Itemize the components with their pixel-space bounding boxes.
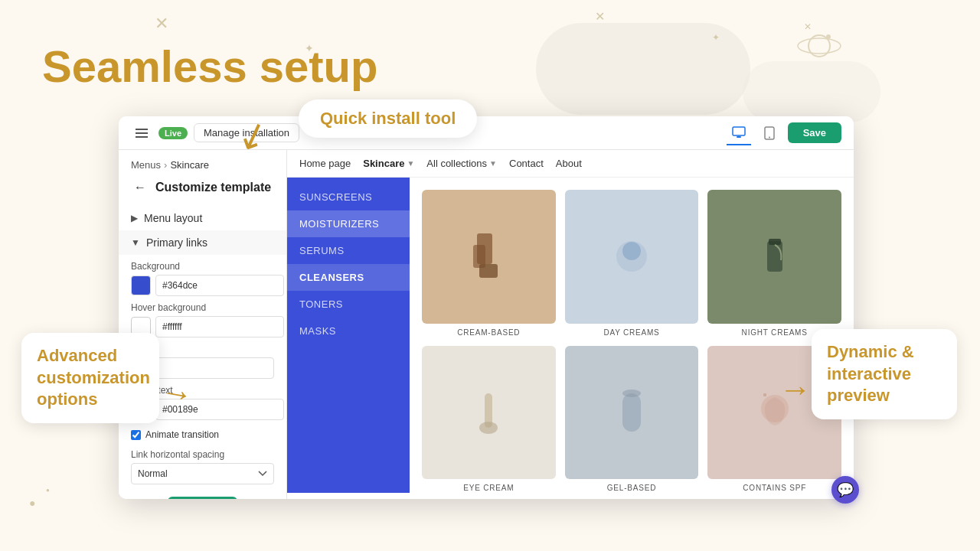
product-img-day — [565, 190, 699, 324]
preview-nav: Home page Skincare ▼ All collections ▼ C… — [287, 150, 854, 178]
product-label-cream: CREAM-BASED — [457, 328, 520, 337]
day-img-placeholder — [565, 190, 699, 324]
done-button[interactable]: Done — [168, 497, 237, 499]
primary-links-section[interactable]: ▼ Primary links — [119, 230, 286, 255]
cream-img-placeholder — [422, 190, 556, 324]
left-customization-panel: Menus › Skincare ← Customize template ▶ … — [119, 150, 287, 499]
planet-decoration — [796, 23, 842, 76]
panel-title: Customize template — [155, 181, 271, 194]
menu-item-masks[interactable]: MASKS — [287, 318, 410, 344]
mega-menu-area: SUNSCREENS MOISTURIZERS SERUMS CLEANSERS… — [287, 178, 854, 493]
bg-color-swatch[interactable] — [131, 276, 151, 295]
back-button[interactable]: ← — [131, 178, 149, 197]
nav-skincare[interactable]: Skincare ▼ — [363, 158, 414, 169]
desktop-device-button[interactable] — [727, 121, 751, 145]
nav-contact[interactable]: Contact — [509, 158, 544, 169]
deco-dot-2: ● — [46, 487, 50, 494]
menu-item-serums[interactable]: SERUMS — [287, 237, 410, 264]
svg-point-20 — [622, 390, 641, 397]
breadcrumb-separator: › — [164, 159, 167, 171]
eye-img-placeholder — [422, 346, 556, 480]
menu-item-moisturizers[interactable]: MOISTURIZERS — [287, 210, 410, 237]
svg-point-1 — [798, 38, 841, 54]
dynamic-preview-label: Dynamic & interactive preview — [827, 342, 914, 405]
hover-bg-input[interactable] — [155, 316, 284, 337]
breadcrumb: Menus › Skincare — [119, 159, 286, 178]
browser-window: Live Manage installation Save Menus › Sk… — [119, 116, 854, 499]
product-img-eye — [422, 346, 556, 480]
product-card-cream[interactable]: CREAM-BASED — [422, 190, 556, 337]
menu-layout-section[interactable]: ▶ Menu layout — [119, 206, 286, 230]
deco-dot-1: ● — [29, 497, 35, 509]
product-img-gel — [565, 346, 699, 480]
svg-rect-12 — [473, 245, 485, 268]
svg-rect-22 — [763, 393, 766, 396]
product-label-eye: EYE CREAM — [463, 484, 514, 492]
product-card-gel[interactable]: GEL-BASED — [565, 346, 699, 493]
bg-field-row — [131, 275, 274, 296]
chat-bubble-button[interactable]: 💬 — [831, 476, 859, 504]
menu-icon[interactable] — [131, 122, 152, 144]
product-img-night — [707, 190, 841, 324]
save-button[interactable]: Save — [788, 122, 841, 143]
install-tool-label: Quick install tool — [320, 109, 456, 128]
live-badge: Live — [158, 127, 188, 139]
browser-content: Menus › Skincare ← Customize template ▶ … — [119, 150, 854, 499]
product-card-eye[interactable]: EYE CREAM — [422, 346, 556, 493]
main-heading: Seamless setup — [42, 42, 377, 91]
spacing-select[interactable]: Normal Compact Wide — [131, 463, 274, 484]
primary-links-chevron: ▼ — [131, 237, 140, 248]
product-label-night: NIGHT CREAMS — [742, 328, 808, 337]
panel-header: ← Customize template — [119, 178, 286, 206]
svg-point-14 — [622, 242, 641, 260]
spacing-label: Link horizontal spacing — [131, 449, 274, 460]
browser-toolbar: Live Manage installation Save — [119, 116, 854, 150]
right-preview-panel: Home page Skincare ▼ All collections ▼ C… — [287, 150, 854, 499]
nav-about[interactable]: About — [556, 158, 582, 169]
adv-arrow: → — [158, 373, 196, 415]
mega-menu-sidebar: SUNSCREENS MOISTURIZERS SERUMS CLEANSERS… — [287, 178, 410, 493]
adv-customization-label: Advanced customization options — [37, 346, 150, 409]
product-card-day[interactable]: DAY CREAMS — [565, 190, 699, 337]
menu-item-cleansers[interactable]: CLEANSERS — [287, 264, 410, 291]
hover-bg-label: Hover background — [131, 302, 274, 313]
nav-home[interactable]: Home page — [299, 158, 351, 169]
product-img-cream — [422, 190, 556, 324]
product-label-day: DAY CREAMS — [603, 328, 659, 337]
menu-layout-label: Menu layout — [144, 212, 202, 224]
breadcrumb-menus[interactable]: Menus — [131, 159, 161, 171]
deco-star-4: ✦ — [712, 32, 720, 43]
bg-field-label: Background — [131, 261, 274, 272]
menu-item-sunscreens[interactable]: SUNSCREENS — [287, 184, 410, 210]
product-label-gel: GEL-BASED — [607, 484, 656, 492]
dyn-arrow: ← — [779, 371, 812, 408]
bg-hex-input[interactable] — [155, 275, 284, 296]
install-tool-bubble: Quick install tool — [299, 99, 477, 138]
menu-item-toners[interactable]: TONERS — [287, 291, 410, 318]
spacing-row: Link horizontal spacing Normal Compact W… — [131, 449, 274, 484]
svg-rect-16 — [769, 239, 781, 245]
svg-rect-5 — [136, 136, 148, 138]
gel-img-placeholder — [565, 346, 699, 480]
primary-links-label: Primary links — [146, 236, 207, 249]
dynamic-preview-bubble: Dynamic & interactive preview — [812, 329, 957, 419]
product-card-night[interactable]: NIGHT CREAMS — [707, 190, 841, 337]
skincare-dropdown-icon: ▼ — [407, 159, 414, 168]
animate-label: Animate transition — [145, 429, 219, 440]
menu-layout-chevron: ▶ — [131, 213, 138, 223]
svg-rect-19 — [622, 393, 641, 432]
nav-collections[interactable]: All collections ▼ — [426, 158, 497, 169]
svg-rect-6 — [733, 127, 745, 135]
deco-star-3: ✕ — [595, 9, 605, 24]
animate-checkbox[interactable] — [131, 430, 141, 440]
deco-star-1: ✕ — [155, 14, 168, 34]
adv-customization-bubble: Advanced customization options — [21, 333, 159, 423]
mobile-device-button[interactable] — [757, 121, 782, 145]
night-img-placeholder — [707, 190, 841, 324]
svg-point-18 — [479, 422, 498, 434]
product-label-spf: CONTAINS SPF — [743, 484, 806, 492]
collections-dropdown-icon: ▼ — [489, 159, 497, 168]
svg-point-9 — [769, 136, 770, 138]
svg-rect-3 — [136, 129, 148, 130]
product-grid: CREAM-BASED DAY CREAMS — [410, 178, 854, 493]
